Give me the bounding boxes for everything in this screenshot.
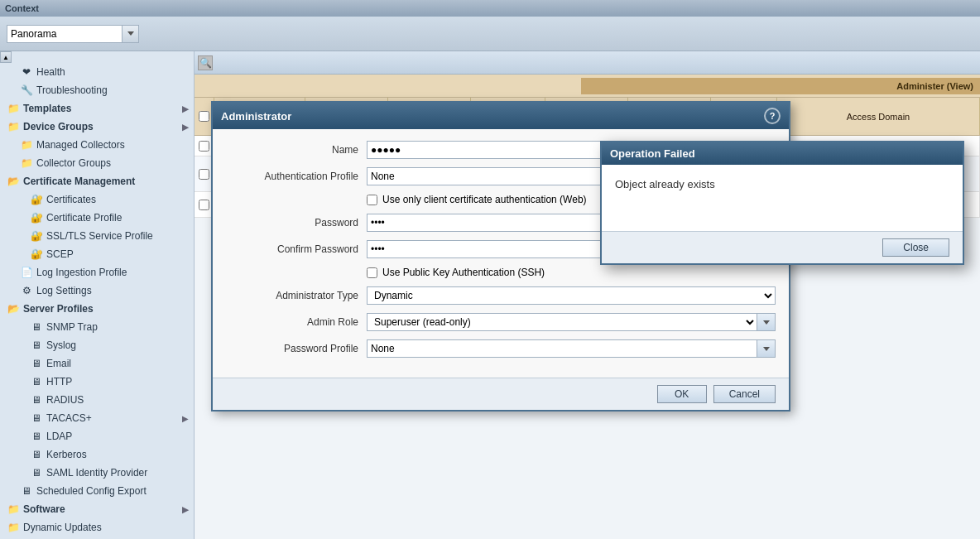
main-layout: ▲ ❤ Health 🔧 Troubleshooting 📁 Templates…	[0, 51, 980, 539]
sidebar-item-health[interactable]: ❤ Health	[0, 63, 194, 81]
sidebar-item-dynamic-updates[interactable]: 📁 Dynamic Updates	[0, 518, 194, 537]
sidebar-item-saml[interactable]: 🖥 SAML Identity Provider	[0, 464, 194, 482]
server-icon: 🖥	[30, 320, 43, 334]
settings-icon: ⚙	[20, 284, 33, 297]
pwd-profile-row: Password Profile	[226, 339, 776, 358]
select-all-checkbox[interactable]	[199, 111, 209, 122]
sidebar-item-label: Templates	[23, 103, 71, 114]
sidebar-item-radius[interactable]: 🖥 RADIUS	[0, 391, 194, 409]
context-dropdown-btn[interactable]	[122, 25, 139, 43]
server-icon: 🖥	[30, 393, 43, 407]
sidebar-item-troubleshooting[interactable]: 🔧 Troubleshooting	[0, 81, 194, 99]
dialog-titlebar: Administrator ?	[213, 103, 789, 129]
col-header-access: Access Domain	[777, 98, 980, 135]
administer-label: Administer (View)	[581, 78, 981, 94]
sidebar-item-device-groups[interactable]: 📁 Device Groups ▶	[0, 118, 194, 136]
sidebar-item-snmp-trap[interactable]: 🖥 SNMP Trap	[0, 318, 194, 336]
pwd-profile-input[interactable]	[367, 339, 757, 358]
scroll-up-btn[interactable]: ▲	[0, 51, 12, 63]
row-checkbox[interactable]	[199, 141, 209, 152]
dialog-title: Administrator	[221, 110, 291, 123]
dropdown-arrow-icon	[127, 31, 134, 36]
password-label: Password	[226, 217, 367, 229]
sidebar-item-http[interactable]: 🖥 HTTP	[0, 373, 194, 391]
admin-type-select[interactable]: Dynamic	[367, 286, 776, 305]
sidebar-item-scep[interactable]: 🔐 SCEP	[0, 245, 194, 263]
cert-icon: 🔐	[30, 248, 43, 261]
row-checkbox[interactable]	[199, 200, 209, 210]
name-label: Name	[226, 144, 367, 156]
context-select[interactable]: Panorama	[7, 25, 122, 43]
sidebar-item-tacacs[interactable]: 🖥 TACACS+ ▶	[0, 409, 194, 427]
server-icon: 🖥	[30, 448, 43, 461]
toolbar-row: 🔍	[195, 51, 980, 75]
sidebar-item-label: Device Groups	[23, 121, 94, 132]
sidebar-item-log-ingestion[interactable]: 📄 Log Ingestion Profile	[0, 263, 194, 282]
sidebar: ▲ ❤ Health 🔧 Troubleshooting 📁 Templates…	[0, 51, 195, 539]
log-icon: 📄	[20, 266, 33, 279]
sidebar-item-managed-collectors[interactable]: 📁 Managed Collectors	[0, 136, 194, 154]
table-administer-header: Administer (View)	[195, 75, 980, 98]
search-icon-btn[interactable]: 🔍	[198, 55, 213, 70]
sidebar-item-label: Software	[23, 503, 65, 515]
sidebar-item-certificates[interactable]: 🔐 Certificates	[0, 190, 194, 209]
sidebar-item-label: Syslog	[46, 339, 76, 351]
confirm-password-label: Confirm Password	[226, 243, 367, 255]
server-icon: 🖥	[30, 466, 43, 479]
cert-checkbox-label: Use only client certificate authenticati…	[382, 194, 587, 205]
close-button[interactable]: Close	[882, 238, 949, 257]
folder-icon: 📁	[7, 120, 20, 133]
cert-icon: 🔐	[30, 193, 43, 206]
sidebar-item-label: SAML Identity Provider	[46, 467, 147, 479]
sidebar-item-collector-groups[interactable]: 📁 Collector Groups	[0, 154, 194, 172]
server-icon: 🖥	[30, 339, 43, 352]
pwd-profile-wrapper	[367, 339, 776, 358]
admin-role-wrapper: Superuser (read-only)	[367, 313, 776, 331]
health-icon: ❤	[20, 65, 33, 79]
op-failed-body: Object already exists	[602, 165, 963, 231]
folder-icon: 📁	[7, 102, 20, 115]
sidebar-item-certificate-profile[interactable]: 🔐 Certificate Profile	[0, 209, 194, 227]
sidebar-item-software[interactable]: 📁 Software ▶	[0, 500, 194, 518]
sidebar-item-certificate-mgmt[interactable]: 📂 Certificate Management	[0, 172, 194, 190]
sidebar-item-syslog[interactable]: 🖥 Syslog	[0, 336, 194, 354]
main-content: 🔍 Administer (View) Name Role Authentica…	[195, 51, 980, 539]
admin-role-select[interactable]: Superuser (read-only)	[367, 313, 757, 331]
help-icon[interactable]: ?	[764, 108, 781, 124]
sidebar-item-label: Log Settings	[36, 285, 92, 296]
op-failed-message: Object already exists	[615, 178, 715, 190]
expand-arrow-icon: ▶	[182, 104, 189, 113]
op-failed-footer: Close	[602, 231, 963, 263]
folder-open-icon: 📂	[7, 302, 20, 315]
sidebar-item-server-profiles[interactable]: 📂 Server Profiles	[0, 300, 194, 318]
cancel-button[interactable]: Cancel	[713, 385, 776, 403]
ok-button[interactable]: OK	[657, 385, 707, 403]
sidebar-item-label: TACACS+	[46, 412, 92, 424]
sidebar-item-log-settings[interactable]: ⚙ Log Settings	[0, 282, 194, 300]
cert-auth-checkbox[interactable]	[367, 195, 377, 205]
server-icon: 🖥	[30, 375, 43, 388]
cert-icon: 🔐	[30, 229, 43, 243]
sidebar-item-label: SNMP Trap	[46, 321, 98, 333]
sidebar-item-label: SSL/TLS Service Profile	[46, 230, 153, 242]
sidebar-item-label: Dynamic Updates	[23, 522, 102, 533]
dropdown-arrow-icon	[763, 347, 770, 351]
row-checkbox[interactable]	[199, 169, 209, 180]
sidebar-item-label: Server Profiles	[23, 303, 94, 315]
sidebar-item-templates[interactable]: 📁 Templates ▶	[0, 99, 194, 118]
server-icon: 🖥	[30, 430, 43, 443]
sidebar-item-kerberos[interactable]: 🖥 Kerberos	[0, 445, 194, 464]
sidebar-item-ssl-tls[interactable]: 🔐 SSL/TLS Service Profile	[0, 227, 194, 245]
sidebar-item-scheduled-config[interactable]: 🖥 Scheduled Config Export	[0, 482, 194, 500]
pubkey-checkbox[interactable]	[367, 267, 377, 278]
admin-role-row: Admin Role Superuser (read-only)	[226, 313, 776, 331]
sidebar-item-ldap[interactable]: 🖥 LDAP	[0, 427, 194, 445]
sidebar-item-email[interactable]: 🖥 Email	[0, 354, 194, 373]
admin-role-dropdown-btn[interactable]	[757, 313, 776, 331]
op-failed-title: Operation Failed	[610, 147, 695, 160]
pwd-profile-dropdown-btn[interactable]	[757, 339, 776, 358]
sidebar-item-label: RADIUS	[46, 394, 84, 406]
pubkey-checkbox-label: Use Public Key Authentication (SSH)	[382, 267, 545, 278]
auth-profile-label: Authentication Profile	[226, 171, 367, 182]
folder-icon: 📁	[7, 503, 20, 516]
